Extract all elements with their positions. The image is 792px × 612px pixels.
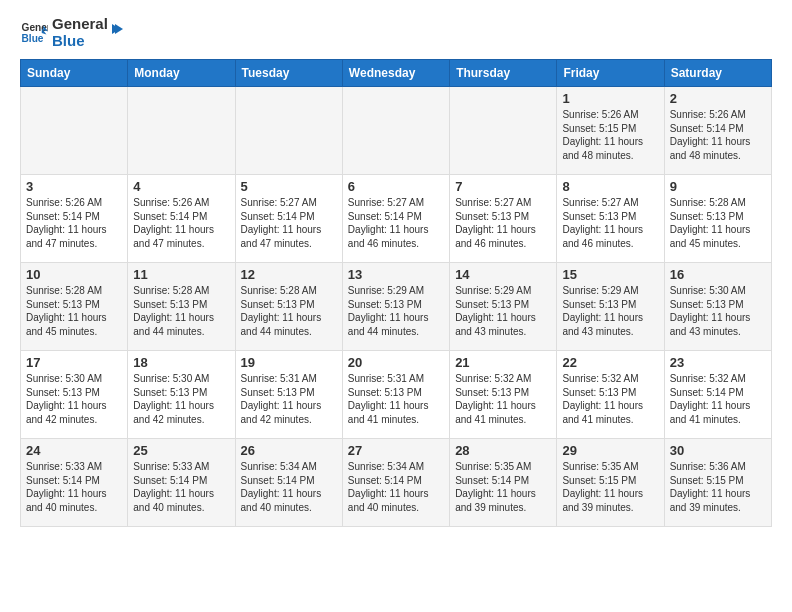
calendar-cell: 17Sunrise: 5:30 AM Sunset: 5:13 PM Dayli…: [21, 351, 128, 439]
day-info: Sunrise: 5:27 AM Sunset: 5:14 PM Dayligh…: [348, 196, 444, 250]
day-info: Sunrise: 5:28 AM Sunset: 5:13 PM Dayligh…: [26, 284, 122, 338]
day-number: 19: [241, 355, 337, 370]
weekday-header-friday: Friday: [557, 60, 664, 87]
calendar-cell: 10Sunrise: 5:28 AM Sunset: 5:13 PM Dayli…: [21, 263, 128, 351]
weekday-header-monday: Monday: [128, 60, 235, 87]
day-info: Sunrise: 5:27 AM Sunset: 5:13 PM Dayligh…: [455, 196, 551, 250]
day-number: 26: [241, 443, 337, 458]
day-info: Sunrise: 5:31 AM Sunset: 5:13 PM Dayligh…: [348, 372, 444, 426]
calendar-header-row: SundayMondayTuesdayWednesdayThursdayFrid…: [21, 60, 772, 87]
calendar-cell: 23Sunrise: 5:32 AM Sunset: 5:14 PM Dayli…: [664, 351, 771, 439]
header: General Blue General Blue: [20, 16, 772, 49]
day-info: Sunrise: 5:28 AM Sunset: 5:13 PM Dayligh…: [241, 284, 337, 338]
logo-icon: General Blue: [20, 19, 48, 47]
calendar-cell: 30Sunrise: 5:36 AM Sunset: 5:15 PM Dayli…: [664, 439, 771, 527]
day-info: Sunrise: 5:35 AM Sunset: 5:14 PM Dayligh…: [455, 460, 551, 514]
calendar-cell: 24Sunrise: 5:33 AM Sunset: 5:14 PM Dayli…: [21, 439, 128, 527]
day-info: Sunrise: 5:31 AM Sunset: 5:13 PM Dayligh…: [241, 372, 337, 426]
calendar-table: SundayMondayTuesdayWednesdayThursdayFrid…: [20, 59, 772, 527]
day-number: 11: [133, 267, 229, 282]
day-info: Sunrise: 5:35 AM Sunset: 5:15 PM Dayligh…: [562, 460, 658, 514]
day-number: 23: [670, 355, 766, 370]
weekday-header-tuesday: Tuesday: [235, 60, 342, 87]
day-info: Sunrise: 5:34 AM Sunset: 5:14 PM Dayligh…: [241, 460, 337, 514]
calendar-week-row: 24Sunrise: 5:33 AM Sunset: 5:14 PM Dayli…: [21, 439, 772, 527]
calendar-cell: 27Sunrise: 5:34 AM Sunset: 5:14 PM Dayli…: [342, 439, 449, 527]
day-number: 13: [348, 267, 444, 282]
calendar-cell: [342, 87, 449, 175]
day-info: Sunrise: 5:29 AM Sunset: 5:13 PM Dayligh…: [455, 284, 551, 338]
day-number: 22: [562, 355, 658, 370]
day-number: 27: [348, 443, 444, 458]
logo-chevron-icon: [106, 20, 124, 38]
day-number: 28: [455, 443, 551, 458]
day-number: 10: [26, 267, 122, 282]
calendar-cell: 7Sunrise: 5:27 AM Sunset: 5:13 PM Daylig…: [450, 175, 557, 263]
calendar-cell: 13Sunrise: 5:29 AM Sunset: 5:13 PM Dayli…: [342, 263, 449, 351]
day-info: Sunrise: 5:26 AM Sunset: 5:15 PM Dayligh…: [562, 108, 658, 162]
day-info: Sunrise: 5:30 AM Sunset: 5:13 PM Dayligh…: [26, 372, 122, 426]
svg-marker-5: [115, 24, 123, 34]
calendar-week-row: 3Sunrise: 5:26 AM Sunset: 5:14 PM Daylig…: [21, 175, 772, 263]
day-number: 16: [670, 267, 766, 282]
calendar-cell: 20Sunrise: 5:31 AM Sunset: 5:13 PM Dayli…: [342, 351, 449, 439]
day-number: 9: [670, 179, 766, 194]
calendar-cell: [235, 87, 342, 175]
calendar-cell: 25Sunrise: 5:33 AM Sunset: 5:14 PM Dayli…: [128, 439, 235, 527]
day-info: Sunrise: 5:29 AM Sunset: 5:13 PM Dayligh…: [562, 284, 658, 338]
day-number: 2: [670, 91, 766, 106]
day-number: 5: [241, 179, 337, 194]
calendar-cell: 18Sunrise: 5:30 AM Sunset: 5:13 PM Dayli…: [128, 351, 235, 439]
day-number: 6: [348, 179, 444, 194]
weekday-header-thursday: Thursday: [450, 60, 557, 87]
calendar-cell: 8Sunrise: 5:27 AM Sunset: 5:13 PM Daylig…: [557, 175, 664, 263]
logo: General Blue General Blue: [20, 16, 124, 49]
day-info: Sunrise: 5:27 AM Sunset: 5:13 PM Dayligh…: [562, 196, 658, 250]
day-number: 17: [26, 355, 122, 370]
day-info: Sunrise: 5:34 AM Sunset: 5:14 PM Dayligh…: [348, 460, 444, 514]
page: General Blue General Blue SundayMondayTu…: [0, 0, 792, 547]
calendar-cell: [450, 87, 557, 175]
calendar-cell: 12Sunrise: 5:28 AM Sunset: 5:13 PM Dayli…: [235, 263, 342, 351]
day-number: 20: [348, 355, 444, 370]
calendar-cell: 19Sunrise: 5:31 AM Sunset: 5:13 PM Dayli…: [235, 351, 342, 439]
calendar-cell: 29Sunrise: 5:35 AM Sunset: 5:15 PM Dayli…: [557, 439, 664, 527]
day-number: 24: [26, 443, 122, 458]
day-number: 12: [241, 267, 337, 282]
calendar-cell: 4Sunrise: 5:26 AM Sunset: 5:14 PM Daylig…: [128, 175, 235, 263]
logo-blue: Blue: [52, 33, 108, 50]
calendar-cell: 28Sunrise: 5:35 AM Sunset: 5:14 PM Dayli…: [450, 439, 557, 527]
day-number: 14: [455, 267, 551, 282]
calendar-week-row: 17Sunrise: 5:30 AM Sunset: 5:13 PM Dayli…: [21, 351, 772, 439]
calendar-cell: 22Sunrise: 5:32 AM Sunset: 5:13 PM Dayli…: [557, 351, 664, 439]
day-number: 4: [133, 179, 229, 194]
calendar-cell: 3Sunrise: 5:26 AM Sunset: 5:14 PM Daylig…: [21, 175, 128, 263]
day-info: Sunrise: 5:33 AM Sunset: 5:14 PM Dayligh…: [133, 460, 229, 514]
day-number: 21: [455, 355, 551, 370]
weekday-header-saturday: Saturday: [664, 60, 771, 87]
calendar-cell: 2Sunrise: 5:26 AM Sunset: 5:14 PM Daylig…: [664, 87, 771, 175]
calendar-cell: [21, 87, 128, 175]
day-number: 30: [670, 443, 766, 458]
calendar-cell: 26Sunrise: 5:34 AM Sunset: 5:14 PM Dayli…: [235, 439, 342, 527]
calendar-cell: 1Sunrise: 5:26 AM Sunset: 5:15 PM Daylig…: [557, 87, 664, 175]
day-info: Sunrise: 5:32 AM Sunset: 5:14 PM Dayligh…: [670, 372, 766, 426]
logo-general: General: [52, 16, 108, 33]
calendar-cell: 21Sunrise: 5:32 AM Sunset: 5:13 PM Dayli…: [450, 351, 557, 439]
calendar-cell: 6Sunrise: 5:27 AM Sunset: 5:14 PM Daylig…: [342, 175, 449, 263]
day-info: Sunrise: 5:30 AM Sunset: 5:13 PM Dayligh…: [670, 284, 766, 338]
day-number: 3: [26, 179, 122, 194]
calendar-cell: 15Sunrise: 5:29 AM Sunset: 5:13 PM Dayli…: [557, 263, 664, 351]
day-info: Sunrise: 5:29 AM Sunset: 5:13 PM Dayligh…: [348, 284, 444, 338]
weekday-header-sunday: Sunday: [21, 60, 128, 87]
day-number: 1: [562, 91, 658, 106]
day-number: 25: [133, 443, 229, 458]
day-info: Sunrise: 5:26 AM Sunset: 5:14 PM Dayligh…: [26, 196, 122, 250]
calendar-cell: 9Sunrise: 5:28 AM Sunset: 5:13 PM Daylig…: [664, 175, 771, 263]
day-number: 29: [562, 443, 658, 458]
day-number: 7: [455, 179, 551, 194]
weekday-header-wednesday: Wednesday: [342, 60, 449, 87]
calendar-cell: 11Sunrise: 5:28 AM Sunset: 5:13 PM Dayli…: [128, 263, 235, 351]
calendar-week-row: 1Sunrise: 5:26 AM Sunset: 5:15 PM Daylig…: [21, 87, 772, 175]
calendar-cell: [128, 87, 235, 175]
